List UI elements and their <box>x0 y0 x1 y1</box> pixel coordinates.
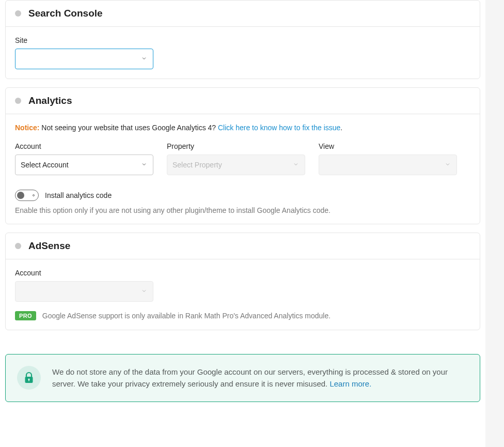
site-select[interactable] <box>15 49 153 69</box>
right-rail <box>485 0 504 447</box>
panel-title: Search Console <box>28 8 103 19</box>
status-dot-icon <box>15 10 21 17</box>
status-dot-icon <box>15 243 21 249</box>
pro-notice-row: PRO Google AdSense support is only avail… <box>15 311 470 320</box>
panel-header: AdSense <box>6 233 480 259</box>
notice-link[interactable]: Click here to know how to fix the issue <box>218 124 340 132</box>
lock-icon-wrap <box>17 366 41 390</box>
account-label: Account <box>15 142 153 150</box>
privacy-body: We do not store any of the data from you… <box>52 367 448 388</box>
property-select-wrap: Select Property <box>167 155 305 175</box>
view-field: View <box>319 142 457 175</box>
analytics-notice: Notice: Not seeing your website that use… <box>15 124 470 132</box>
view-select-wrap <box>319 155 457 175</box>
panel-body: Notice: Not seeing your website that use… <box>6 114 480 224</box>
panel-body: Site <box>6 27 480 79</box>
svg-rect-2 <box>28 380 29 381</box>
status-dot-icon <box>15 98 21 104</box>
toggle-knob-icon <box>17 192 24 199</box>
adsense-panel: AdSense Account PRO Google AdSense suppo… <box>5 233 480 330</box>
panel-header: Search Console <box>6 1 480 27</box>
lock-icon <box>24 372 34 384</box>
privacy-notice: We do not store any of the data from you… <box>5 354 480 402</box>
notice-end: . <box>340 124 342 132</box>
search-console-panel: Search Console Site <box>5 0 480 79</box>
privacy-text: We do not store any of the data from you… <box>52 366 468 390</box>
notice-label: Notice: <box>15 124 39 132</box>
adsense-account-label: Account <box>15 269 470 277</box>
account-select[interactable]: Select Account <box>15 155 153 175</box>
pro-text: Google AdSense support is only available… <box>42 312 330 320</box>
panel-title: Analytics <box>28 95 72 106</box>
install-analytics-help: Enable this option only if you are not u… <box>15 206 470 214</box>
install-analytics-toggle[interactable] <box>15 190 39 201</box>
pro-badge: PRO <box>15 311 36 320</box>
analytics-panel: Analytics Notice: Not seeing your websit… <box>5 87 480 224</box>
install-analytics-label: Install analytics code <box>45 191 112 199</box>
install-analytics-toggle-row: Install analytics code <box>15 190 470 201</box>
analytics-fields-row: Account Select Account Property <box>15 142 470 175</box>
toggle-off-indicator-icon <box>33 194 35 196</box>
property-field: Property Select Property <box>167 142 305 175</box>
adsense-account-select-wrap <box>15 281 153 302</box>
view-select[interactable] <box>319 155 457 175</box>
site-label: Site <box>15 36 470 44</box>
view-label: View <box>319 142 457 150</box>
panel-title: AdSense <box>28 240 70 252</box>
property-select[interactable]: Select Property <box>167 155 305 175</box>
account-select-wrap: Select Account <box>15 155 153 175</box>
account-field: Account Select Account <box>15 142 153 175</box>
notice-text: Not seeing your website that uses Google… <box>39 124 218 132</box>
panel-header: Analytics <box>6 88 480 114</box>
property-label: Property <box>167 142 305 150</box>
panel-body: Account PRO Google AdSense support is on… <box>6 259 480 330</box>
adsense-account-select[interactable] <box>15 281 153 302</box>
site-select-wrap <box>15 49 153 69</box>
privacy-learn-more-link[interactable]: Learn more. <box>329 379 371 388</box>
